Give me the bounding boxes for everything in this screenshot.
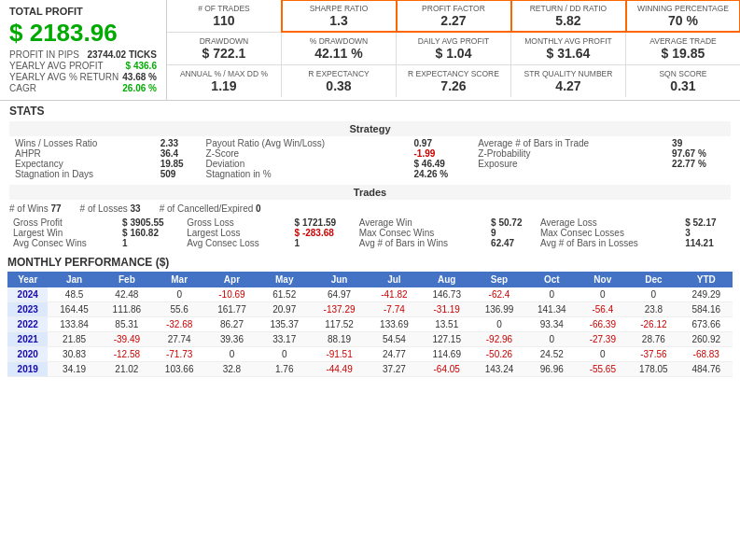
trades-header-item: # of Wins 77 bbox=[9, 203, 62, 214]
monthly-cell: 96.96 bbox=[525, 362, 578, 377]
trades-value: $ 160.82 bbox=[122, 228, 183, 238]
metric-label: PROFIT FACTOR bbox=[402, 4, 505, 13]
strategy-label bbox=[472, 169, 672, 179]
trades-value: $ -283.68 bbox=[295, 228, 356, 238]
strategy-row: Expectancy19.85Deviation$ 46.49Exposure2… bbox=[9, 159, 731, 169]
strategy-label: Z-Probability bbox=[472, 148, 672, 159]
metric-box-1: R EXPECTANCY0.38 bbox=[282, 65, 397, 97]
strategy-value: 39 bbox=[672, 138, 731, 148]
monthly-cell: 24.52 bbox=[525, 347, 578, 362]
trades-value: $ 52.17 bbox=[685, 217, 731, 228]
trades-label: Max Consec Wins bbox=[356, 228, 491, 238]
metric-value: 4.27 bbox=[517, 78, 620, 93]
metric-value: $ 1.04 bbox=[402, 46, 505, 61]
monthly-cell: 20.97 bbox=[258, 302, 311, 317]
right-metrics: # OF TRADES110SHARPE RATIO1.3PROFIT FACT… bbox=[167, 0, 740, 100]
monthly-cell: 249.29 bbox=[680, 287, 733, 302]
monthly-cell: -50.26 bbox=[473, 347, 525, 362]
strategy-label: Payout Ratio (Avg Win/Loss) bbox=[201, 138, 414, 148]
monthly-cell: 103.66 bbox=[153, 362, 205, 377]
monthly-cell: 0 bbox=[525, 287, 578, 302]
monthly-cell: 141.34 bbox=[525, 302, 578, 317]
monthly-cell: 111.86 bbox=[101, 302, 153, 317]
monthly-cell: 32.8 bbox=[205, 362, 258, 377]
monthly-cell: -41.82 bbox=[368, 287, 420, 302]
trades-value: $ 3905.55 bbox=[122, 217, 183, 228]
monthly-cell: 30.83 bbox=[48, 347, 100, 362]
metric-box-0: # OF TRADES110 bbox=[167, 0, 282, 32]
monthly-cell: 0 bbox=[578, 287, 627, 302]
trades-label: Max Consec Losses bbox=[537, 228, 685, 238]
monthly-cell: 24.77 bbox=[368, 347, 420, 362]
trades-label: Largest Win bbox=[9, 228, 122, 238]
strategy-value: 0.97 bbox=[413, 138, 472, 148]
monthly-cell: 117.52 bbox=[311, 317, 368, 332]
metric-box-4: WINNING PERCENTAGE70 % bbox=[626, 0, 740, 32]
monthly-cell: -137.29 bbox=[311, 302, 368, 317]
trades-label: Avg Consec Loss bbox=[183, 238, 294, 248]
strategy-label: Stagnation in % bbox=[201, 169, 414, 179]
metric-value: $ 19.85 bbox=[632, 46, 734, 61]
strategy-value: $ 46.49 bbox=[413, 159, 472, 169]
trades-value: 9 bbox=[491, 228, 537, 238]
metric-value: 1.3 bbox=[287, 13, 390, 28]
monthly-cell: -68.83 bbox=[680, 347, 733, 362]
monthly-header: Nov bbox=[578, 272, 627, 287]
monthly-cell: -64.05 bbox=[421, 362, 473, 377]
trades-value: 1 bbox=[295, 238, 356, 248]
monthly-cell: 135.37 bbox=[258, 317, 311, 332]
monthly-header: Aug bbox=[421, 272, 473, 287]
monthly-cell: 146.73 bbox=[421, 287, 473, 302]
metric-label: AVERAGE TRADE bbox=[632, 36, 734, 46]
monthly-row: 202030.83-12.58-71.7300-91.5124.77114.69… bbox=[7, 347, 733, 362]
monthly-cell: 0 bbox=[627, 287, 679, 302]
trades-section: Trades # of Wins 77# of Losses 33# of Ca… bbox=[0, 183, 740, 252]
monthly-table: YearJanFebMarAprMayJunJulAugSepOctNovDec… bbox=[7, 272, 733, 377]
profit-block: TOTAL PROFIT $ 2183.96 PROFIT IN PIPS 23… bbox=[0, 0, 167, 100]
monthly-section: MONTHLY PERFORMANCE ($) YearJanFebMarApr… bbox=[0, 252, 740, 381]
strategy-label: Stagnation in Days bbox=[9, 169, 161, 179]
metric-label: DRAWDOWN bbox=[173, 36, 275, 46]
metric-label: SHARPE RATIO bbox=[287, 4, 390, 13]
metric-box-4: AVERAGE TRADE$ 19.85 bbox=[626, 33, 740, 64]
monthly-cell: 61.52 bbox=[258, 287, 311, 302]
yearly-return-label: YEARLY AVG % RETURN bbox=[9, 72, 119, 82]
monthly-header: Mar bbox=[153, 272, 205, 287]
trades-value: 3 bbox=[685, 228, 731, 238]
strategy-row: Stagnation in Days509Stagnation in %24.2… bbox=[9, 169, 731, 179]
monthly-cell: 133.84 bbox=[48, 317, 100, 332]
strategy-value: -1.99 bbox=[413, 148, 472, 159]
monthly-cell: 127.15 bbox=[421, 332, 473, 347]
metric-box-2: R EXPECTANCY SCORE7.26 bbox=[397, 65, 511, 97]
monthly-header: Sep bbox=[473, 272, 525, 287]
metrics-row1: # OF TRADES110SHARPE RATIO1.3PROFIT FACT… bbox=[167, 0, 740, 33]
trades-title: Trades bbox=[9, 185, 731, 200]
trades-value: $ 50.72 bbox=[491, 217, 537, 228]
strategy-label: Z-Score bbox=[201, 148, 414, 159]
metric-box-0: DRAWDOWN$ 722.1 bbox=[167, 33, 282, 64]
trades-header-item: # of Cancelled/Expired 0 bbox=[160, 203, 261, 214]
monthly-cell: -10.69 bbox=[205, 287, 258, 302]
monthly-cell: 64.97 bbox=[311, 287, 368, 302]
monthly-cell: -56.4 bbox=[578, 302, 627, 317]
yearly-avg-label: YEARLY AVG PROFIT bbox=[9, 61, 104, 71]
monthly-header: Dec bbox=[627, 272, 679, 287]
monthly-cell: -12.58 bbox=[101, 347, 153, 362]
trades-header-row: # of Wins 77# of Losses 33# of Cancelled… bbox=[9, 202, 731, 216]
monthly-cell: -44.49 bbox=[311, 362, 368, 377]
monthly-cell: 28.76 bbox=[627, 332, 679, 347]
metric-label: RETURN / DD RATIO bbox=[517, 4, 620, 13]
monthly-title: MONTHLY PERFORMANCE ($) bbox=[7, 256, 733, 269]
monthly-cell: 260.92 bbox=[680, 332, 733, 347]
strategy-label: Deviation bbox=[201, 159, 414, 169]
monthly-cell: 39.36 bbox=[205, 332, 258, 347]
year-cell: 2019 bbox=[7, 362, 48, 377]
stats-title: STATS bbox=[9, 105, 731, 118]
monthly-cell: 88.19 bbox=[311, 332, 368, 347]
strategy-section: Strategy Wins / Losses Ratio2.33Payout R… bbox=[0, 119, 740, 183]
metrics-row2: DRAWDOWN$ 722.1% DRAWDOWN42.11 %DAILY AV… bbox=[167, 33, 740, 65]
monthly-header: Year bbox=[7, 272, 48, 287]
metric-label: R EXPECTANCY SCORE bbox=[402, 69, 505, 78]
strategy-label: Average # of Bars in Trade bbox=[472, 138, 672, 148]
monthly-cell: 0 bbox=[258, 347, 311, 362]
